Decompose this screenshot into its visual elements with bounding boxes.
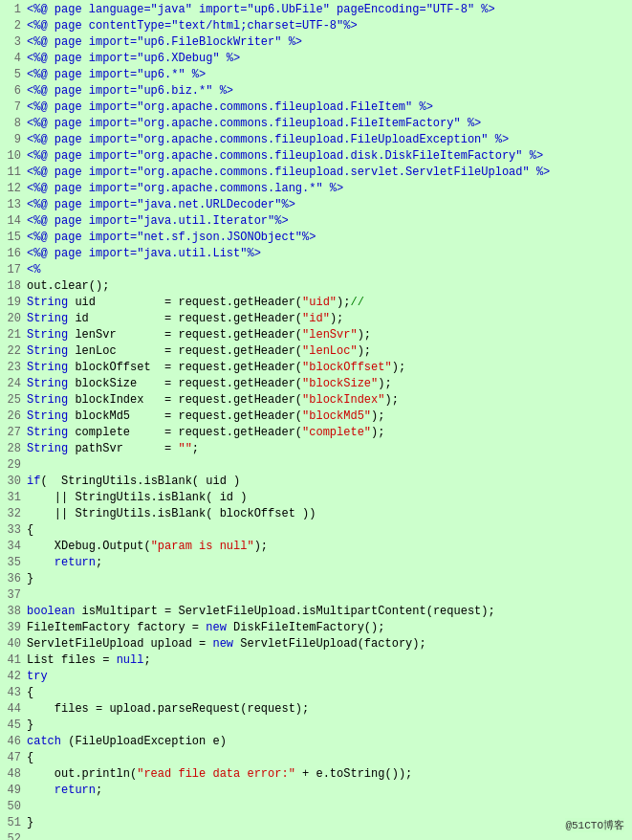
line-number: 15 xyxy=(0,230,27,246)
code-line: 44 files = upload.parseRequest(request); xyxy=(0,701,632,718)
line-content: <%@ page import="java.util.List"%> xyxy=(27,246,632,262)
line-content: out.println("read file data error:" + e.… xyxy=(27,766,632,783)
line-number: 6 xyxy=(0,83,27,99)
line-content: { xyxy=(27,750,632,766)
line-content: String id = request.getHeader("id"); xyxy=(27,311,632,327)
code-line: 16<%@ page import="java.util.List"%> xyxy=(0,246,632,262)
line-content: <%@ page import="org.apache.commons.lang… xyxy=(27,181,632,197)
line-content: { xyxy=(27,522,632,539)
line-number: 10 xyxy=(0,148,27,165)
code-line: 23String blockOffset = request.getHeader… xyxy=(0,360,632,376)
code-editor: 1<%@ page language="java" import="up6.Ub… xyxy=(0,0,632,840)
line-content: <%@ page language="java" import="up6.UbF… xyxy=(27,2,632,18)
code-line: 33{ xyxy=(0,522,632,539)
line-number: 30 xyxy=(0,474,27,490)
line-content: <%@ page import="org.apache.commons.file… xyxy=(27,99,632,116)
line-content: String lenLoc = request.getHeader("lenLo… xyxy=(27,343,632,360)
line-number: 8 xyxy=(0,116,27,132)
line-number: 28 xyxy=(0,441,27,457)
line-content: <%@ page import="org.apache.commons.file… xyxy=(27,116,632,132)
line-number: 34 xyxy=(0,539,27,555)
line-number: 4 xyxy=(0,51,27,67)
code-line: 38boolean isMultipart = ServletFileUploa… xyxy=(0,604,632,620)
line-number: 22 xyxy=(0,343,27,360)
line-content: boolean isMultipart = ServletFileUpload.… xyxy=(27,604,632,620)
line-content: return; xyxy=(27,555,632,571)
line-number: 36 xyxy=(0,571,27,587)
code-line: 24String blockSize = request.getHeader("… xyxy=(0,376,632,392)
line-number: 9 xyxy=(0,132,27,148)
code-line: 40ServletFileUpload upload = new Servlet… xyxy=(0,636,632,652)
line-content: try xyxy=(27,669,632,685)
code-line: 45} xyxy=(0,718,632,734)
code-line: 51} xyxy=(0,815,632,831)
line-number: 41 xyxy=(0,652,27,669)
line-number: 43 xyxy=(0,685,27,701)
code-line: 4<%@ page import="up6.XDebug" %> xyxy=(0,51,632,67)
line-number: 1 xyxy=(0,2,27,18)
code-line: 42try xyxy=(0,669,632,685)
code-line: 7<%@ page import="org.apache.commons.fil… xyxy=(0,99,632,116)
line-number: 48 xyxy=(0,766,27,783)
code-line: 37 xyxy=(0,587,632,604)
line-number: 19 xyxy=(0,295,27,311)
code-line: 22String lenLoc = request.getHeader("len… xyxy=(0,343,632,360)
code-line: 30if( StringUtils.isBlank( uid ) xyxy=(0,474,632,490)
code-line: 49 return; xyxy=(0,783,632,799)
line-number: 29 xyxy=(0,457,27,474)
line-content: <%@ page import="net.sf.json.JSONObject"… xyxy=(27,230,632,246)
code-line: 43{ xyxy=(0,685,632,701)
line-number: 5 xyxy=(0,67,27,83)
line-content: ServletFileUpload upload = new ServletFi… xyxy=(27,636,632,652)
line-number: 42 xyxy=(0,669,27,685)
line-content: catch (FileUploadException e) xyxy=(27,734,632,750)
line-number: 17 xyxy=(0,262,27,278)
line-number: 26 xyxy=(0,409,27,425)
line-number: 13 xyxy=(0,197,27,213)
line-number: 25 xyxy=(0,392,27,409)
code-line: 29 xyxy=(0,457,632,474)
line-number: 23 xyxy=(0,360,27,376)
code-line: 10<%@ page import="org.apache.commons.fi… xyxy=(0,148,632,165)
line-content: <%@ page import="org.apache.commons.file… xyxy=(27,165,632,181)
line-content: <%@ page import="java.util.Iterator"%> xyxy=(27,213,632,230)
code-line: 26String blockMd5 = request.getHeader("b… xyxy=(0,409,632,425)
code-line: 32 || StringUtils.isBlank( blockOffset )… xyxy=(0,506,632,522)
line-number: 38 xyxy=(0,604,27,620)
line-content: } xyxy=(27,718,632,734)
line-number: 16 xyxy=(0,246,27,262)
line-number: 35 xyxy=(0,555,27,571)
line-content: String pathSvr = ""; xyxy=(27,441,632,457)
code-line: 50 xyxy=(0,799,632,815)
code-line: 20String id = request.getHeader("id"); xyxy=(0,311,632,327)
code-line: 18out.clear(); xyxy=(0,278,632,295)
line-content: return; xyxy=(27,783,632,799)
line-number: 12 xyxy=(0,181,27,197)
line-number: 31 xyxy=(0,490,27,506)
code-line: 15<%@ page import="net.sf.json.JSONObjec… xyxy=(0,230,632,246)
line-number: 2 xyxy=(0,18,27,34)
code-line: 28String pathSvr = ""; xyxy=(0,441,632,457)
line-content: <%@ page import="up6.FileBlockWriter" %> xyxy=(27,34,632,51)
line-content: String complete = request.getHeader("com… xyxy=(27,425,632,441)
line-content: <%@ page import="java.net.URLDecoder"%> xyxy=(27,197,632,213)
code-line: 39FileItemFactory factory = new DiskFile… xyxy=(0,620,632,636)
line-content: FileItemFactory factory = new DiskFileIt… xyxy=(27,620,632,636)
line-number: 33 xyxy=(0,522,27,539)
line-content: String blockSize = request.getHeader("bl… xyxy=(27,376,632,392)
code-line: 21String lenSvr = request.getHeader("len… xyxy=(0,327,632,343)
watermark: @51CTO博客 xyxy=(565,818,624,832)
line-content: out.clear(); xyxy=(27,278,632,295)
code-line: 36} xyxy=(0,571,632,587)
line-content: <%@ page import="up6.biz.*" %> xyxy=(27,83,632,99)
code-line: 35 return; xyxy=(0,555,632,571)
code-line: 8<%@ page import="org.apache.commons.fil… xyxy=(0,116,632,132)
code-line: 11<%@ page import="org.apache.commons.fi… xyxy=(0,165,632,181)
code-line: 46catch (FileUploadException e) xyxy=(0,734,632,750)
code-line: 5<%@ page import="up6.*" %> xyxy=(0,67,632,83)
line-content: } xyxy=(27,815,632,831)
line-number: 51 xyxy=(0,815,27,831)
line-content: } xyxy=(27,571,632,587)
code-line: 27String complete = request.getHeader("c… xyxy=(0,425,632,441)
code-line: 48 out.println("read file data error:" +… xyxy=(0,766,632,783)
